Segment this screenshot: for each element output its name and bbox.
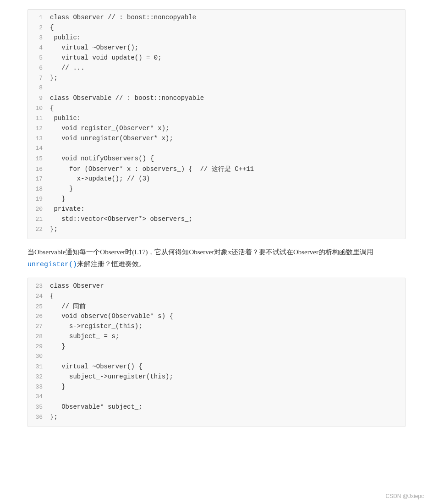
code-line: 7};: [28, 74, 405, 84]
line-number: 3: [28, 34, 50, 41]
line-number: 15: [28, 155, 50, 162]
line-number: 5: [28, 55, 50, 61]
code-line: 35 Observable* subject_;: [28, 403, 405, 413]
line-content: }: [50, 195, 66, 203]
code-block-1: 1class Observer // : boost::noncopyable2…: [27, 9, 406, 239]
line-content: void register_(Observer* x);: [50, 125, 169, 132]
line-content: for (Observer* x : observers_) { // 这行是 …: [50, 165, 254, 173]
code-line: 31 virtual ~Observer() {: [28, 362, 405, 373]
code-line: 19 }: [28, 195, 405, 205]
line-content: Observable* subject_;: [50, 403, 143, 411]
line-number: 17: [28, 175, 50, 182]
line-number: 30: [28, 353, 50, 360]
line-number: 2: [28, 24, 50, 31]
line-number: 16: [28, 166, 50, 173]
line-content: {: [50, 24, 54, 31]
line-content: x->update(); // (3): [50, 175, 150, 182]
line-number: 19: [28, 196, 50, 203]
line-number: 36: [28, 414, 50, 421]
line-number: 28: [28, 333, 50, 340]
line-number: 4: [28, 44, 50, 51]
inline-code: unregister(): [27, 261, 77, 268]
line-number: 25: [28, 303, 50, 310]
line-number: 21: [28, 216, 50, 223]
code-line: 28 subject_ = s;: [28, 332, 405, 342]
code-line: 30: [28, 352, 405, 362]
code-block-2: 23class Observer24{25 // 同前26 void obser…: [27, 278, 406, 427]
line-number: 24: [28, 293, 50, 300]
line-content: virtual void update() = 0;: [50, 54, 162, 61]
line-content: subject_->unregister(this);: [50, 373, 173, 380]
line-content: };: [50, 74, 58, 82]
code-line: 25 // 同前: [28, 302, 405, 312]
code-line: 21 std::vector<Observer*> observers_;: [28, 215, 405, 225]
line-content: public:: [50, 115, 81, 122]
line-content: virtual ~Observer() {: [50, 363, 143, 370]
code-line: 23class Observer: [28, 282, 405, 292]
line-number: 29: [28, 343, 50, 350]
line-content: private:: [50, 205, 85, 213]
code-line: 4 virtual ~Observer();: [28, 44, 405, 54]
code-line: 2{: [28, 23, 405, 33]
code-line: 20 private:: [28, 205, 405, 215]
code-line: 29 }: [28, 342, 405, 352]
watermark: CSDN @Jxiepc: [385, 493, 424, 499]
line-content: void notifyObservers() {: [50, 155, 154, 162]
code-line: 13 void unregister(Observer* x);: [28, 134, 405, 144]
line-content: void unregister(Observer* x);: [50, 135, 173, 142]
code-line: 36};: [28, 413, 405, 423]
code-line: 18 }: [28, 185, 405, 195]
code-line: 26 void observe(Observable* s) {: [28, 312, 405, 322]
line-number: 12: [28, 125, 50, 132]
code-line: 5 virtual void update() = 0;: [28, 54, 405, 64]
line-content: // 同前: [50, 302, 86, 311]
line-number: 18: [28, 186, 50, 192]
line-number: 7: [28, 75, 50, 82]
line-number: 34: [28, 393, 50, 400]
line-number: 23: [28, 283, 50, 290]
code-line: 1class Observer // : boost::noncopyable: [28, 13, 405, 23]
line-number: 10: [28, 105, 50, 112]
line-content: void observe(Observable* s) {: [50, 312, 173, 320]
line-number: 26: [28, 313, 50, 320]
line-number: 33: [28, 383, 50, 390]
line-number: 1: [28, 14, 50, 21]
code-line: 17 x->update(); // (3): [28, 175, 405, 185]
line-number: 8: [28, 84, 50, 91]
code-line: 3 public:: [28, 33, 405, 44]
line-content: // ...: [50, 64, 85, 71]
line-content: };: [50, 413, 58, 421]
paragraph-text: 当Observable通知每一个Observer时(L17)，它从何得知Obse…: [27, 247, 406, 270]
line-number: 11: [28, 115, 50, 122]
line-content: {: [50, 104, 54, 112]
code-line: 15 void notifyObservers() {: [28, 154, 405, 164]
code-line: 34: [28, 393, 405, 403]
line-number: 9: [28, 95, 50, 102]
code-line: 22};: [28, 225, 405, 235]
line-content: std::vector<Observer*> observers_;: [50, 215, 192, 223]
code-line: 10{: [28, 104, 405, 114]
line-content: subject_ = s;: [50, 333, 119, 340]
line-content: }: [50, 343, 66, 350]
line-content: }: [50, 185, 73, 192]
line-content: public:: [50, 34, 81, 41]
line-number: 6: [28, 65, 50, 71]
line-number: 27: [28, 323, 50, 330]
line-number: 32: [28, 373, 50, 380]
line-number: 35: [28, 404, 50, 411]
code-line: 8: [28, 84, 405, 94]
line-content: }: [50, 383, 66, 390]
line-number: 20: [28, 206, 50, 213]
line-content: class Observer: [50, 282, 104, 290]
line-content: class Observer // : boost::noncopyable: [50, 14, 196, 21]
line-number: 13: [28, 135, 50, 142]
code-line: 27 s->register_(this);: [28, 322, 405, 332]
code-line: 16 for (Observer* x : observers_) { // 这…: [28, 164, 405, 175]
code-line: 24{: [28, 292, 405, 302]
code-line: 11 public:: [28, 114, 405, 124]
line-content: s->register_(this);: [50, 323, 143, 330]
line-content: class Observable // : boost::noncopyable: [50, 94, 204, 102]
line-number: 14: [28, 145, 50, 152]
line-number: 22: [28, 226, 50, 233]
code-line: 6 // ...: [28, 64, 405, 74]
